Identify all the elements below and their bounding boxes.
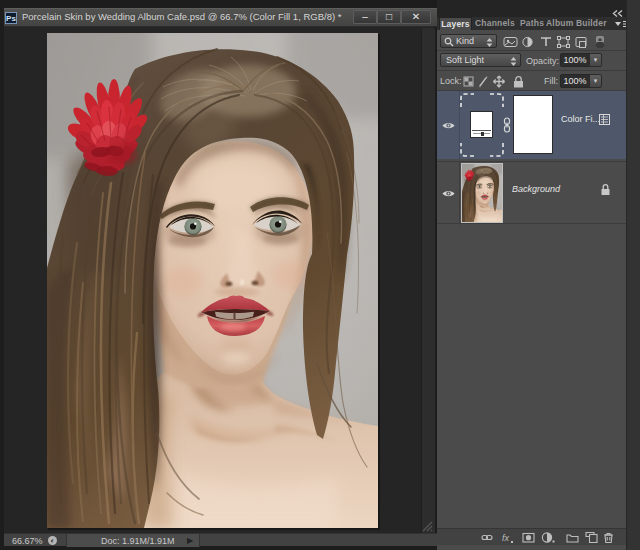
svg-text:fx: fx — [502, 533, 510, 543]
